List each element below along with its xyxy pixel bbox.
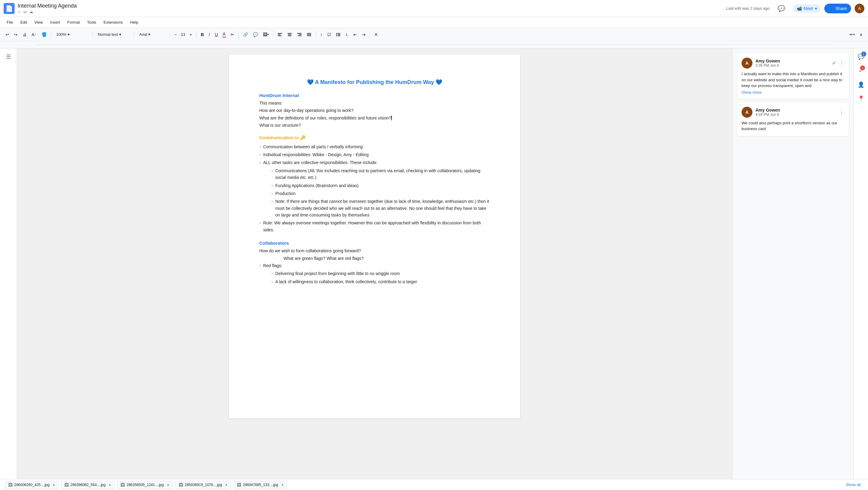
share-button[interactable]: 👤 Share xyxy=(824,4,851,13)
checklist-button[interactable]: ☑ xyxy=(326,31,333,38)
text-color-button[interactable]: A xyxy=(221,30,227,39)
redo-button[interactable]: ↪ xyxy=(12,31,20,38)
italic-button[interactable]: I xyxy=(207,31,212,38)
download-item-3[interactable]: 🖼 286356505_1241....jpg ∧ xyxy=(117,481,173,489)
bullet-item-rule: - Rule: We always oversee meetings toget… xyxy=(259,220,490,233)
comment-button[interactable]: 💬 xyxy=(773,2,789,14)
style-chevron: ▾ xyxy=(119,32,121,37)
edit-mode-button[interactable]: ✏▾ xyxy=(848,31,857,38)
menu-edit[interactable]: Edit xyxy=(17,19,30,26)
close-3[interactable]: ∧ xyxy=(167,483,169,487)
red-flag-2: - A lack of willingness to collaboration… xyxy=(272,279,490,285)
top-bar: 📄 Internal Meeting Agenda ☆ 🗂 ☁ Last edi… xyxy=(0,0,868,17)
svg-rect-6 xyxy=(297,33,302,34)
menu-bar: File Edit View Insert Format Tools Exten… xyxy=(0,17,868,28)
star-icon[interactable]: ☆ xyxy=(18,10,21,14)
insert-image-button[interactable]: 🖼▾ xyxy=(261,31,271,38)
comment-2-avatar: A xyxy=(742,107,752,118)
menu-view[interactable]: View xyxy=(31,19,46,26)
menu-file[interactable]: File xyxy=(4,19,16,26)
print-button[interactable]: 🖨 xyxy=(21,31,29,38)
file-name-5: 286947885_133....jpg xyxy=(243,483,278,487)
zoom-selector[interactable]: 100% ▾ xyxy=(54,31,90,38)
undo-button[interactable]: ↩ xyxy=(4,31,11,38)
close-2[interactable]: ∧ xyxy=(108,483,111,487)
font-size: 11 xyxy=(179,32,187,37)
toolbar-collapse-button[interactable]: ∧ xyxy=(858,31,864,38)
divider-9 xyxy=(370,31,370,38)
menu-extensions[interactable]: Extensions xyxy=(100,19,126,26)
bold-button[interactable]: B xyxy=(199,31,206,38)
download-item-1[interactable]: 🖼 286006260_425....jpg ∧ xyxy=(5,481,59,489)
link-button[interactable]: 🔗 xyxy=(241,31,250,38)
rs-contacts-icon[interactable]: 👤 xyxy=(855,79,867,90)
folder-icon[interactable]: 🗂 xyxy=(23,10,27,14)
outline-icon[interactable]: ☰ xyxy=(4,51,13,62)
clear-format-button[interactable]: ✕ xyxy=(372,31,380,38)
avatar[interactable]: A xyxy=(855,4,864,13)
align-left-button[interactable] xyxy=(276,31,284,38)
meet-button[interactable]: 📹 Meet ▾ xyxy=(793,4,821,13)
highlight-button[interactable]: ✏ xyxy=(229,31,236,38)
menu-tools[interactable]: Tools xyxy=(84,19,99,26)
download-item-2[interactable]: 🖼 286398082_564....jpg ∧ xyxy=(61,481,115,489)
align-center-button[interactable] xyxy=(285,31,294,38)
red-flags-item: - Red flags: xyxy=(259,262,490,269)
numbered-button[interactable]: 1. xyxy=(344,32,350,38)
indent-less-button[interactable]: ⇤ xyxy=(351,31,359,38)
section3-heading: Collaborators xyxy=(259,240,490,246)
show-all-button[interactable]: Show all xyxy=(843,481,863,488)
show-more-1[interactable]: Show more xyxy=(742,90,844,95)
meet-icon: 📹 xyxy=(797,6,802,11)
indent-more-button[interactable]: ⇥ xyxy=(360,31,367,38)
menu-insert[interactable]: Insert xyxy=(47,19,63,26)
file-icon-3: 🖼 xyxy=(120,482,125,487)
underline-button[interactable]: U xyxy=(213,31,220,38)
divider-4 xyxy=(169,31,170,38)
align-right-button[interactable] xyxy=(295,31,304,38)
collab-line-2: What are green flags? What are red flags… xyxy=(284,255,490,262)
file-name-1: 286006260_425....jpg xyxy=(14,483,50,487)
menu-help[interactable]: Help xyxy=(127,19,141,26)
comment-1-header: A Amy Gowen 3:35 PM Jun 6 ✓ ⋮ xyxy=(742,58,844,68)
font-chevron: ▾ xyxy=(148,32,150,37)
size-plus-button[interactable]: + xyxy=(188,31,194,38)
close-4[interactable]: ∧ xyxy=(225,483,228,487)
close-5[interactable]: ∧ xyxy=(281,483,284,487)
style-selector[interactable]: Normal text ▾ xyxy=(95,31,132,38)
doc-area[interactable]: 💙 A Manifesto for Publishing the HumDrum… xyxy=(17,48,732,479)
download-item-4[interactable]: 🖼 285936919_1076....jpg ∧ xyxy=(175,481,231,489)
resolve-icon[interactable]: ✓ xyxy=(832,60,836,66)
format-paint-button[interactable]: 🪣 xyxy=(40,31,49,38)
rs-maps-icon[interactable]: 📍 xyxy=(855,93,867,104)
divider-6 xyxy=(238,31,239,38)
line-spacing-button[interactable]: ↕ xyxy=(318,31,324,38)
divider-7 xyxy=(273,31,273,38)
right-panel: A Amy Gowen 3:35 PM Jun 6 ✓ ⋮ I actually… xyxy=(732,48,854,479)
cloud-icon[interactable]: ☁ xyxy=(29,10,33,14)
menu-format[interactable]: Format xyxy=(64,19,83,26)
close-1[interactable]: ∧ xyxy=(53,483,55,487)
sub-bullet-4: - Note: If there are things that cannot … xyxy=(272,198,490,218)
svg-rect-10 xyxy=(307,34,311,35)
ruler-line xyxy=(36,44,832,45)
spell-check-button[interactable]: A✓ xyxy=(30,31,38,38)
more-options-icon[interactable]: ⋮ xyxy=(839,60,844,66)
file-name-2: 286398082_564....jpg xyxy=(70,483,105,487)
section1-body: This means: How are our day-to-day opera… xyxy=(259,100,490,129)
comment-1-time: 3:35 PM Jun 6 xyxy=(755,63,780,68)
bullet-item-2: - Individual responsibilities: Wibke - D… xyxy=(259,151,490,158)
page: 💙 A Manifesto for Publishing the HumDrum… xyxy=(229,55,520,419)
size-minus-button[interactable]: − xyxy=(172,31,178,38)
bullets-button[interactable] xyxy=(334,31,343,38)
more-options-2-icon[interactable]: ⋮ xyxy=(839,109,844,116)
svg-rect-3 xyxy=(287,33,292,34)
insert-comment-button[interactable]: 💬 xyxy=(251,31,260,38)
font-selector[interactable]: Arial ▾ xyxy=(137,31,167,38)
sub-bullet-2: - Funding Applications (Brainstorm and i… xyxy=(272,182,490,189)
svg-rect-7 xyxy=(299,34,302,35)
download-item-5[interactable]: 🖼 286947885_133....jpg ∧ xyxy=(234,481,287,489)
align-justify-button[interactable] xyxy=(305,31,313,38)
section2-body: - Communication between all parts / verb… xyxy=(259,143,490,233)
toolbar: ↩ ↪ 🖨 A✓ 🪣 100% ▾ Normal text ▾ Arial ▾ … xyxy=(0,28,868,41)
